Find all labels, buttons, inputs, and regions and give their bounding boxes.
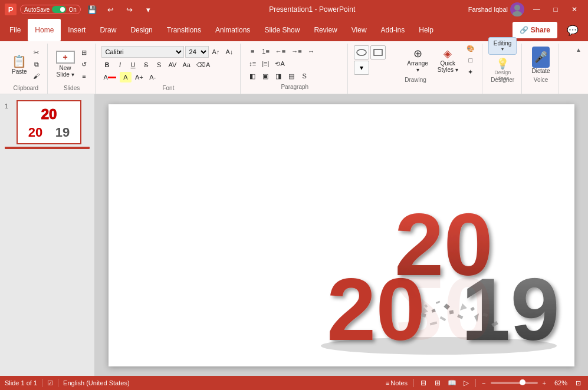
align-right-button[interactable]: ◨: [272, 71, 284, 81]
text-shadow-button[interactable]: S: [298, 71, 310, 81]
align-center-button[interactable]: ▣: [259, 71, 271, 81]
normal-view-button[interactable]: ⊟: [418, 378, 429, 388]
shape-rect[interactable]: [370, 45, 386, 60]
change-case-button[interactable]: Aa: [180, 60, 192, 70]
cut-button[interactable]: ✂: [31, 47, 42, 58]
arrange-button[interactable]: ⊕ Arrange ▾: [403, 45, 432, 75]
font-size-up-button[interactable]: A+: [133, 72, 146, 82]
editing-button[interactable]: Editing ▾: [488, 37, 517, 55]
slide-1-container: 1 20 20 19: [5, 100, 90, 144]
menu-addins[interactable]: Add-ins: [374, 19, 412, 41]
autosave-toggle[interactable]: [52, 6, 66, 13]
shape-outline-button[interactable]: □: [464, 55, 477, 65]
slide-1-thumbnail[interactable]: 20 20 19: [17, 100, 81, 144]
shape-more[interactable]: ▾: [354, 61, 369, 75]
reading-view-button[interactable]: 📖: [446, 378, 458, 388]
font-label: Font: [101, 85, 236, 91]
new-slide-button[interactable]: + New Slide ▾: [54, 49, 77, 80]
presentation-view-button[interactable]: ▷: [460, 378, 472, 388]
ribbon-collapse-button[interactable]: ▲: [574, 45, 583, 54]
menu-home[interactable]: Home: [28, 19, 61, 41]
close-button[interactable]: ✕: [566, 3, 583, 16]
shape-oval[interactable]: [354, 45, 369, 60]
font-size-select[interactable]: 24: [185, 46, 209, 58]
zoom-track[interactable]: [491, 382, 538, 384]
menu-animations[interactable]: Animations: [208, 19, 257, 41]
char-spacing-button[interactable]: AV: [166, 60, 179, 70]
clear-format-button[interactable]: ⌫A: [194, 60, 212, 70]
redo-button[interactable]: ↪: [122, 2, 137, 17]
comments-button[interactable]: 💬: [560, 19, 586, 41]
ribbon-group-slides: + New Slide ▾ ⊞ ↺ ≡ Slides: [49, 44, 96, 94]
decrease-indent-button[interactable]: ←≡: [273, 46, 288, 57]
font-name-select[interactable]: Calibri: [101, 46, 184, 58]
menu-view[interactable]: View: [344, 19, 374, 41]
text-direction-button[interactable]: ⟲A: [272, 58, 287, 69]
menu-draw[interactable]: Draw: [93, 19, 123, 41]
autosave-label: AutoSave: [24, 6, 50, 13]
paragraph-label: Paragraph: [247, 84, 343, 90]
quick-styles-button[interactable]: ◈ Quick Styles ▾: [434, 45, 462, 75]
menu-slideshow[interactable]: Slide Show: [257, 19, 307, 41]
notes-button[interactable]: ≡ Notes: [383, 379, 410, 386]
align-left-button[interactable]: ◧: [247, 71, 258, 81]
canvas-area[interactable]: 20 19: [94, 94, 588, 376]
font-size-down-button[interactable]: A-: [147, 72, 159, 82]
svg-text:20: 20: [28, 125, 42, 140]
convert-smartart-button[interactable]: ↔: [306, 46, 317, 57]
dictate-button[interactable]: 🎤 Dictate: [528, 45, 553, 75]
slide-reset-button[interactable]: ↺: [78, 59, 90, 70]
highlight-button[interactable]: A: [120, 72, 132, 82]
font-color-button[interactable]: A: [101, 72, 119, 82]
bullet-list-button[interactable]: ≡: [247, 46, 258, 57]
menu-transitions[interactable]: Transitions: [160, 19, 208, 41]
design-ideas-button[interactable]: 💡 DesignIdeas: [492, 56, 513, 83]
menu-design[interactable]: Design: [123, 19, 159, 41]
undo-button[interactable]: ↩: [103, 2, 119, 17]
menu-file[interactable]: File: [2, 19, 28, 41]
slide-section-button[interactable]: ≡: [78, 71, 90, 81]
zoom-thumb: [520, 379, 525, 385]
zoom-percentage: 62%: [554, 379, 567, 386]
zoom-in-button[interactable]: +: [540, 379, 548, 386]
columns-button[interactable]: |≡|: [259, 58, 271, 69]
increase-indent-button[interactable]: →≡: [289, 46, 304, 57]
avatar[interactable]: [510, 2, 524, 16]
decrease-font-button[interactable]: A↓: [223, 47, 235, 57]
shape-fill-button[interactable]: 🎨: [464, 43, 477, 54]
maximize-button[interactable]: □: [547, 3, 564, 16]
menu-help[interactable]: Help: [412, 19, 441, 41]
accessibility-button[interactable]: ☑: [47, 379, 53, 387]
minimize-button[interactable]: —: [528, 3, 546, 16]
zoom-out-button[interactable]: −: [479, 379, 488, 386]
paste-button[interactable]: 📋 Paste: [9, 49, 29, 80]
bold-button[interactable]: B: [101, 60, 113, 70]
language-status[interactable]: English (United States): [63, 379, 130, 386]
shape-effects-button[interactable]: ✦: [464, 67, 477, 77]
copy-button[interactable]: ⧉: [31, 59, 42, 70]
ribbon-group-drawing: ▾ ⊕ Arrange ▾ ◈ Quick Styles ▾ 🎨 □ ✦: [349, 44, 482, 94]
menu-insert[interactable]: Insert: [61, 19, 93, 41]
numbered-list-button[interactable]: 1≡: [259, 46, 272, 57]
voice-label: Voice: [528, 77, 553, 83]
underline-button[interactable]: U: [127, 60, 139, 70]
fit-slide-button[interactable]: ⊡: [573, 379, 583, 387]
autosave-badge[interactable]: AutoSave On: [20, 5, 81, 14]
italic-button[interactable]: I: [114, 60, 126, 70]
svg-point-2: [357, 49, 366, 55]
customize-qat-button[interactable]: ▾: [141, 2, 156, 17]
share-button[interactable]: 🔗 Share: [513, 22, 557, 38]
justify-button[interactable]: ▤: [285, 71, 297, 81]
zoom-level[interactable]: 62%: [552, 379, 570, 386]
save-button[interactable]: 💾: [84, 2, 100, 17]
svg-rect-3: [374, 49, 382, 55]
menu-review[interactable]: Review: [307, 19, 344, 41]
strikethrough-button[interactable]: S: [140, 60, 152, 70]
autosave-state: On: [68, 6, 76, 13]
shadow-button[interactable]: S: [153, 60, 165, 70]
line-spacing-button[interactable]: ↕≡: [247, 58, 258, 69]
slide-sorter-button[interactable]: ⊞: [432, 378, 444, 388]
format-painter-button[interactable]: 🖌: [31, 71, 42, 81]
increase-font-button[interactable]: A↑: [210, 47, 222, 57]
slide-layout-button[interactable]: ⊞: [78, 47, 90, 58]
